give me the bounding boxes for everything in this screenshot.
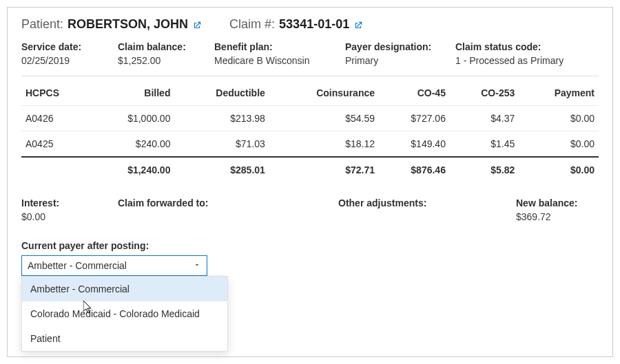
totals-co253: $5.82	[450, 157, 519, 182]
header-row: Patient: ROBERTSON, JOHN Claim #: 53341-…	[21, 17, 599, 32]
claim-header: Claim #: 53341-01-01	[229, 17, 363, 32]
claim-balance-label: Claim balance:	[118, 41, 194, 52]
col-payment: Payment	[519, 81, 599, 106]
totals-coinsurance: $72.71	[269, 157, 379, 182]
interest-label: Interest:	[21, 197, 118, 208]
patient-name: ROBERTSON, JOHN	[68, 17, 188, 32]
claim-status-value: 1 - Processed as Primary	[455, 55, 572, 66]
table-row: A0425 $240.00 $71.03 $18.12 $149.40 $1.4…	[21, 131, 599, 158]
claim-number: 53341-01-01	[279, 17, 349, 32]
cell-billed: $240.00	[90, 131, 174, 158]
forwarded-label: Claim forwarded to:	[118, 197, 338, 208]
cell-payment: $0.00	[519, 106, 599, 131]
interest-block: Interest: $0.00	[21, 197, 118, 222]
col-coinsurance: Coinsurance	[269, 81, 379, 106]
cell-co45: $149.40	[379, 131, 450, 158]
new-balance-value: $369.72	[516, 211, 599, 222]
footer-row: Interest: $0.00 Claim forwarded to: Othe…	[21, 197, 599, 222]
totals-empty	[21, 157, 90, 182]
benefit-plan-label: Benefit plan:	[214, 41, 324, 52]
other-adjustments-label: Other adjustments:	[338, 197, 510, 208]
payer-designation-label: Payer designation:	[345, 41, 435, 52]
cell-co253: $4.37	[450, 106, 519, 131]
interest-value: $0.00	[21, 211, 118, 222]
col-hcpcs: HCPCS	[21, 81, 90, 106]
table-row: A0426 $1,000.00 $213.98 $54.59 $727.06 $…	[21, 106, 599, 131]
claim-detail-panel: Patient: ROBERTSON, JOHN Claim #: 53341-…	[7, 7, 613, 357]
totals-payment: $0.00	[519, 157, 599, 182]
cell-payment: $0.00	[519, 131, 599, 158]
patient-label: Patient:	[21, 17, 63, 32]
totals-row: $1,240.00 $285.01 $72.71 $876.46 $5.82 $…	[21, 157, 599, 182]
cell-hcpcs: A0426	[21, 106, 90, 131]
new-balance-label: New balance:	[516, 197, 599, 208]
col-co253: CO-253	[450, 81, 519, 106]
cell-co45: $727.06	[379, 106, 450, 131]
service-date-block: Service date: 02/25/2019	[21, 41, 118, 66]
chevron-down-icon	[193, 260, 201, 271]
col-co45: CO-45	[379, 81, 450, 106]
claim-balance-block: Claim balance: $1,252.00	[118, 41, 214, 66]
current-payer-selected: Ambetter - Commercial	[28, 260, 127, 271]
forwarded-block: Claim forwarded to:	[118, 197, 338, 222]
totals-co45: $876.46	[379, 157, 450, 182]
current-payer-options: Ambetter - Commercial Colorado Medicaid …	[21, 276, 228, 352]
cell-deductible: $71.03	[174, 131, 269, 158]
benefit-plan-value: Medicare B Wisconsin	[214, 55, 324, 66]
current-payer-section: Current payer after posting: Ambetter - …	[21, 240, 207, 276]
current-payer-label: Current payer after posting:	[21, 240, 207, 251]
cell-billed: $1,000.00	[90, 106, 174, 131]
dropdown-option[interactable]: Colorado Medicaid - Colorado Medicaid	[22, 301, 227, 326]
service-date-label: Service date:	[21, 41, 97, 52]
totals-deductible: $285.01	[174, 157, 269, 182]
dropdown-option[interactable]: Patient	[22, 326, 227, 351]
cell-coinsurance: $54.59	[269, 106, 379, 131]
table-header-row: HCPCS Billed Deductible Coinsurance CO-4…	[21, 81, 599, 106]
patient-header: Patient: ROBERTSON, JOHN	[21, 17, 202, 32]
claim-status-block: Claim status code: 1 - Processed as Prim…	[455, 41, 593, 66]
claim-status-label: Claim status code:	[455, 41, 572, 52]
claim-balance-value: $1,252.00	[118, 55, 194, 66]
patient-external-link-icon[interactable]	[192, 19, 202, 30]
payer-designation-value: Primary	[345, 55, 435, 66]
totals-billed: $1,240.00	[90, 157, 174, 182]
cell-coinsurance: $18.12	[269, 131, 379, 158]
claim-summary-row: Service date: 02/25/2019 Claim balance: …	[21, 41, 599, 76]
dropdown-option[interactable]: Ambetter - Commercial	[22, 277, 227, 301]
cell-co253: $1.45	[450, 131, 519, 158]
benefit-plan-block: Benefit plan: Medicare B Wisconsin	[214, 41, 345, 66]
line-items-table: HCPCS Billed Deductible Coinsurance CO-4…	[21, 81, 599, 182]
service-date-value: 02/25/2019	[21, 55, 97, 66]
claim-external-link-icon[interactable]	[353, 19, 363, 30]
col-billed: Billed	[90, 81, 174, 106]
cell-hcpcs: A0425	[21, 131, 90, 158]
claim-label: Claim #:	[229, 17, 275, 32]
other-adjustments-block: Other adjustments:	[338, 197, 510, 222]
current-payer-dropdown[interactable]: Ambetter - Commercial	[21, 255, 207, 276]
cell-deductible: $213.98	[174, 106, 269, 131]
new-balance-block: New balance: $369.72	[516, 197, 599, 222]
payer-designation-block: Payer designation: Primary	[345, 41, 455, 66]
col-deductible: Deductible	[174, 81, 269, 106]
